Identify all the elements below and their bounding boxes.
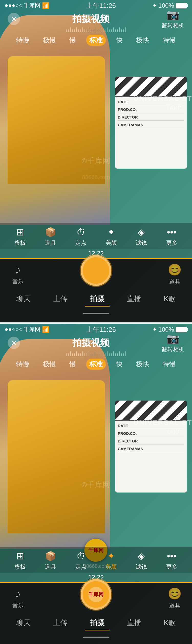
speed-jikuai-1[interactable]: 极快 [133,35,152,46]
face-props-section-1[interactable]: 😊 道具 [168,263,182,286]
flip-camera-icon-1: 📷 [167,9,179,21]
watermark-1: ©千库网 [82,156,111,166]
status-right-2: ✦ 100% [152,326,187,333]
music-label-1: 音乐 [12,278,24,285]
speed-man-2[interactable]: 慢 [66,359,79,370]
face-icon-2: 😊 [168,587,182,600]
speed-bar-1: 特慢 极慢 慢 标准 快 极快 特慢 [0,27,192,48]
tick-22 [109,29,110,32]
face-label-1: 道具 [169,278,180,286]
tick-11 [87,29,87,32]
speed-tejian-1[interactable]: 特慢 [13,35,33,46]
speed-tekuai-1[interactable]: 特慢 [159,35,179,46]
tool-props-2[interactable]: 📦 道具 [40,551,61,571]
nav-tab-live-2[interactable]: 直播 [122,616,146,630]
tool-beauty-2[interactable]: ✦ 美颜 [101,551,121,571]
capture-inner-2: 千库网 [83,581,109,608]
speed-man-1[interactable]: 慢 [66,35,79,46]
speed-tekuai-2[interactable]: 特慢 [159,359,179,370]
mark-label-2: 定点 [75,563,87,571]
tool-template-2[interactable]: ⊞ 模板 [10,551,30,571]
clapperboard-1: DATE PROD.CO. DIRECTOR CAMERAMAN [115,77,187,169]
battery-percent-1: 100% [158,2,174,9]
tick-5 [74,29,75,32]
template-icon-2: ⊞ [16,551,24,561]
nav-tab-live-1[interactable]: 直播 [122,292,146,307]
header-2: ✕ 拍摄视频 📷 翻转相机 [0,335,192,350]
bottom-nav-1: ♪ 音乐 😊 道具 聊天 上传 拍摄 直播 K歌 [0,259,192,322]
wifi-icon-1: 📶 [42,2,50,9]
time-2: 上午11:26 [86,325,116,334]
tick-3 [70,27,71,32]
close-button-1[interactable]: ✕ [8,13,20,25]
tool-mark-2[interactable]: ⏱ 定点 [71,551,91,571]
capture-button-1[interactable] [81,255,111,286]
tick-16 [97,29,97,32]
tick-19 [103,29,103,32]
signal-dots-1 [5,4,22,7]
more-label-1: 更多 [166,239,177,247]
speed-jiman-2[interactable]: 极慢 [40,359,59,370]
music-note-icon-1: ♪ [15,263,21,276]
screen-gap [0,322,192,323]
more-label-2: 更多 [166,563,177,571]
filter-label-2: 滤镜 [136,563,147,571]
status-left-2: 千库网 📶 [5,326,50,333]
tick-30 [125,27,126,32]
speed-biaozhun-1[interactable]: 标准 [86,35,106,46]
speed-options-1: 特慢 极慢 慢 标准 快 极快 特慢 [13,33,179,48]
tool-more-1[interactable]: ••• 更多 [162,227,182,247]
close-icon-2: ✕ [11,339,17,347]
face-props-section-2[interactable]: 😊 道具 [168,587,182,610]
tick-28 [121,29,122,32]
dot2-5 [19,328,22,331]
close-button-2[interactable]: ✕ [8,337,20,349]
universal-text-2: UNIVERSAL ST [133,418,192,427]
tool-filter-2[interactable]: ◈ 滤镜 [131,551,152,571]
speed-kuai-1[interactable]: 快 [113,35,126,46]
speed-tejian-2[interactable]: 特慢 [13,359,33,370]
tick-29 [123,29,124,32]
tick-2 [68,29,69,32]
status-left-1: 千库网 📶 [5,2,50,9]
music-section-2[interactable]: ♪ 音乐 [5,587,31,609]
nav-tab-upload-1[interactable]: 上传 [48,292,73,307]
nav-tab-record-2[interactable]: 拍摄 [85,616,110,630]
tick-12 [89,27,89,32]
dot2 [9,4,11,7]
ticker-marks-2 [66,351,126,356]
nav-tab-sing-1[interactable]: K歌 [158,292,181,307]
beauty-label-2: 美颜 [105,563,117,571]
tool-template-1[interactable]: ⊞ 模板 [10,227,30,247]
battery-icon-1 [176,3,187,8]
carrier-2: 千库网 [24,326,40,333]
speed-jiman-1[interactable]: 极慢 [40,35,59,46]
hoodie-2 [8,380,105,533]
tick-23 [111,29,112,32]
dot2-4 [16,328,18,331]
beauty-icon-1: ✦ [107,227,115,238]
tool-filter-1[interactable]: ◈ 滤镜 [131,227,152,247]
music-section-1[interactable]: ♪ 音乐 [5,263,31,285]
nav-tab-record-1[interactable]: 拍摄 [85,292,110,307]
flip-camera-button-2[interactable]: 📷 翻转相机 [162,333,184,353]
tool-props-1[interactable]: 📦 道具 [40,227,61,247]
tool-beauty-1[interactable]: ✦ 美颜 [101,227,121,247]
tool-mark-1[interactable]: ⏱ 定点 [71,227,91,247]
nav-tab-chat-1[interactable]: 聊天 [11,292,36,307]
capture-button-2[interactable]: 千库网 [81,579,111,610]
nav-tab-upload-2[interactable]: 上传 [48,616,73,630]
dot2-1 [5,328,8,331]
flip-camera-button-1[interactable]: 📷 翻转相机 [162,9,184,29]
universal-text-1: UNIVERSAL ST [133,95,192,103]
speed-ticker-2 [0,350,192,357]
speed-kuai-2[interactable]: 快 [113,359,126,370]
nav-tab-sing-2[interactable]: K歌 [158,616,181,630]
tick-15 [95,27,95,32]
tick-27 [119,27,120,32]
speed-jikuai-2[interactable]: 极快 [133,359,152,370]
nav-tab-chat-2[interactable]: 聊天 [11,616,36,630]
battery-fill-1 [176,3,186,8]
speed-biaozhun-2[interactable]: 标准 [86,359,106,370]
tool-more-2[interactable]: ••• 更多 [162,551,182,571]
